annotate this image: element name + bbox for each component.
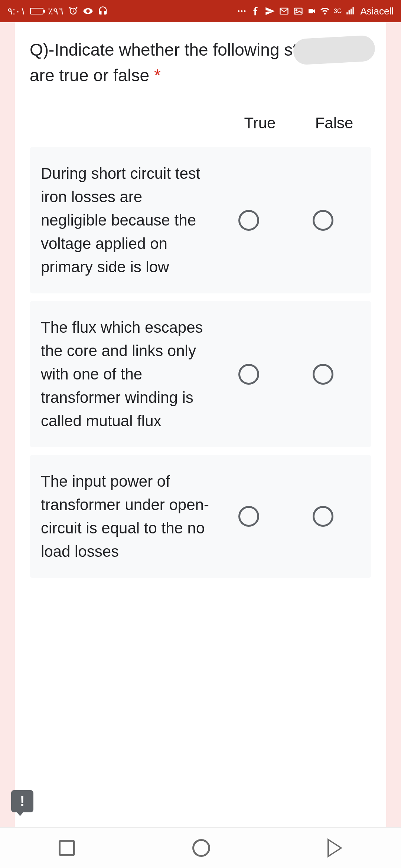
- question-title: Q)-Indicate whether the following statem…: [30, 37, 371, 88]
- svg-point-2: [244, 10, 246, 12]
- form-card: Q)-Indicate whether the following statem…: [15, 22, 386, 831]
- radio-false-0[interactable]: [313, 210, 333, 231]
- required-marker: *: [154, 66, 161, 85]
- table-row: The input power of transformer under ope…: [30, 455, 371, 578]
- status-time: ٩:٠١: [7, 6, 26, 17]
- more-icon: [237, 6, 247, 16]
- network-type: 3G: [334, 8, 342, 14]
- eye-icon: [83, 6, 93, 16]
- report-problem-button[interactable]: !: [11, 790, 33, 812]
- svg-point-5: [296, 10, 297, 11]
- facebook-icon: [251, 6, 261, 16]
- radio-true-2[interactable]: [238, 506, 259, 527]
- mail-icon: [279, 6, 289, 16]
- row-statement: During short circuit test iron losses ar…: [41, 162, 212, 279]
- table-row: The flux which escapes the core and link…: [30, 301, 371, 447]
- status-right: 3G Asiacell: [237, 6, 394, 17]
- radio-false-2[interactable]: [313, 506, 333, 527]
- wifi-icon: [320, 6, 330, 16]
- radio-false-1[interactable]: [313, 364, 333, 385]
- nav-recent-button[interactable]: [59, 840, 75, 856]
- exclamation-icon: !: [20, 793, 25, 809]
- svg-point-0: [238, 10, 240, 12]
- battery-percent: ٪٩٦: [48, 6, 63, 17]
- android-nav-bar: [0, 827, 401, 868]
- column-header-false: False: [297, 114, 371, 132]
- row-statement: The flux which escapes the core and link…: [41, 316, 212, 433]
- nav-home-button[interactable]: [192, 839, 210, 857]
- signal-icon: [345, 6, 355, 16]
- radio-true-0[interactable]: [238, 210, 259, 231]
- row-statement: The input power of transformer under ope…: [41, 470, 212, 563]
- status-left: ٩:٠١ ٪٩٦: [7, 6, 108, 17]
- radio-true-1[interactable]: [238, 364, 259, 385]
- video-icon: [307, 7, 316, 16]
- send-icon: [265, 6, 275, 16]
- headset-icon: [98, 6, 108, 16]
- carrier-label: Asiacell: [360, 6, 394, 17]
- image-icon: [293, 6, 303, 16]
- alarm-icon: [68, 6, 78, 16]
- nav-back-button[interactable]: [327, 838, 342, 858]
- redaction-mark: [293, 35, 375, 65]
- battery-icon: [30, 8, 43, 14]
- column-header-true: True: [223, 114, 297, 132]
- status-bar: ٩:٠١ ٪٩٦: [0, 0, 401, 22]
- grid-header-row: True False: [30, 107, 371, 147]
- svg-point-1: [241, 10, 243, 12]
- table-row: During short circuit test iron losses ar…: [30, 147, 371, 293]
